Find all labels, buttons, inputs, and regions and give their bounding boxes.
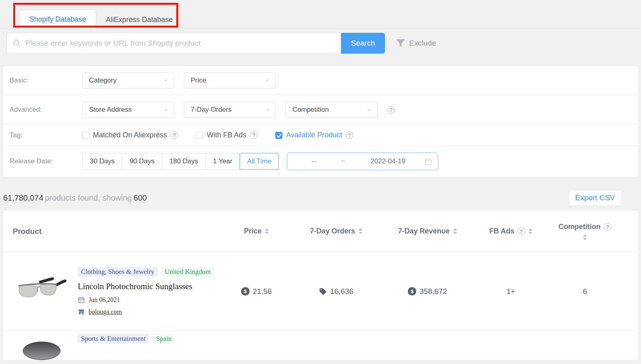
advanced-label: Advanced: (10, 106, 82, 114)
product-cell: Clothing, Shoes & Jewelry United Kingdom… (3, 267, 223, 316)
price-dropdown-value: Price (191, 76, 206, 84)
tag-label: Tag: (10, 131, 82, 139)
exclude-filter[interactable]: Exclude (395, 37, 436, 49)
seven-day-orders-dropdown[interactable]: 7-Day Orders (184, 102, 276, 118)
checkbox-with-fb-ads[interactable]: With FB Ads ? (196, 131, 258, 139)
price-dropdown[interactable]: Price (184, 72, 276, 88)
advanced-help-icon[interactable]: ? (387, 106, 395, 114)
competition-value: 6 (583, 287, 587, 296)
release-1-year-button[interactable]: 1 Year (206, 153, 240, 170)
revenue-value: 358,672 (419, 287, 447, 296)
checkbox-icon (196, 132, 203, 139)
calendar-icon (424, 157, 432, 165)
column-header-label: FB Ads (489, 227, 514, 235)
filter-row-advanced: Advanced: Store Address 7-Day Orders Com… (3, 95, 638, 125)
results-shown-count: 600 (133, 193, 147, 202)
release-date-row: Jun 06,2021 (78, 296, 214, 304)
matched-help-icon[interactable]: ? (171, 131, 178, 139)
filter-row-basic: Basic: Category Price (3, 66, 638, 95)
dollar-circle-icon: $ (241, 287, 250, 296)
date-range-end: 2022-04-19 (351, 157, 424, 165)
results-summary: 61,780,074products found, showing600 (3, 193, 147, 203)
checkbox-checked-icon (275, 132, 282, 139)
checkbox-label: With FB Ads (207, 131, 246, 139)
release-date-value: Jun 06,2021 (89, 296, 120, 304)
tag-icon (319, 288, 327, 296)
checkbox-label: Matched On Aliexpress (93, 131, 167, 139)
column-header-7-day-revenue[interactable]: 7-Day Revenue (382, 227, 473, 235)
products-table: Product Price 7-Day Orders 7-Day Revenue… (3, 211, 638, 360)
checkbox-matched-on-aliexpress[interactable]: Matched On Aliexpress ? (82, 131, 178, 139)
column-header-label: 7-Day Revenue (398, 227, 450, 235)
column-header-competition[interactable]: Competition ? (549, 223, 621, 240)
chevron-down-icon (264, 77, 271, 84)
chevron-down-icon (163, 77, 169, 84)
column-header-price[interactable]: Price (223, 227, 290, 235)
store-address-dropdown[interactable]: Store Address (82, 102, 174, 118)
funnel-icon (395, 37, 407, 49)
release-date-button-group: 30 Days 90 Days 180 Days 1 Year All Time (82, 153, 279, 170)
column-header-label: 7-Day Orders (310, 227, 355, 235)
checkbox-available-product[interactable]: Available Product ? (275, 131, 353, 139)
available-help-icon[interactable]: ? (346, 131, 353, 139)
export-csv-button[interactable]: Export CSV (568, 190, 622, 206)
column-header-7-day-orders[interactable]: 7-Day Orders (290, 227, 382, 235)
store-domain-link[interactable]: bolouga.com (89, 308, 122, 316)
product-info: Sports & Entertainment Spain (78, 334, 175, 360)
seven-day-orders-dropdown-value: 7-Day Orders (191, 106, 232, 114)
date-range-picker[interactable]: -- ~ 2022-04-19 (287, 153, 438, 170)
sort-icon (528, 228, 532, 234)
category-badge[interactable]: Sports & Entertainment (78, 334, 149, 344)
product-image-partial (23, 342, 60, 360)
competition-dropdown[interactable]: Competition (286, 102, 378, 118)
revenue-cell: $ 358,672 (382, 287, 473, 296)
search-input[interactable] (25, 39, 335, 48)
search-row: Search Exclude (6, 33, 635, 54)
competition-cell: 6 (549, 287, 621, 296)
country-badge: United Kingdom (161, 267, 214, 277)
tab-shopify-database[interactable]: Shopify Database (19, 10, 96, 29)
filter-row-release-date: Release Date: 30 Days 90 Days 180 Days 1… (3, 146, 638, 177)
competition-column-help-icon[interactable]: ? (604, 223, 611, 231)
fb-ads-column-help-icon[interactable]: ? (518, 227, 525, 235)
store-address-dropdown-value: Store Address (89, 106, 132, 114)
fb-ads-value: 1+ (506, 287, 515, 296)
release-all-time-button[interactable]: All Time (240, 153, 279, 170)
product-image-sunglasses[interactable] (15, 271, 68, 312)
database-tabbar: Shopify Database AliExpress Database (0, 0, 641, 29)
category-dropdown-value: Category (89, 76, 117, 84)
release-date-label: Release Date: (10, 157, 82, 165)
fb-ads-cell: 1+ (473, 287, 549, 296)
category-dropdown[interactable]: Category (82, 72, 174, 88)
price-cell: $ 21.56 (223, 287, 290, 296)
sort-icon (265, 228, 269, 234)
release-90-days-button[interactable]: 90 Days (122, 153, 162, 170)
product-title[interactable]: Lincoln Photochromic Sunglasses (78, 282, 214, 292)
product-info: Clothing, Shoes & Jewelry United Kingdom… (78, 267, 214, 316)
competition-dropdown-value: Competition (292, 106, 329, 114)
tab-aliexpress-database[interactable]: AliExpress Database (96, 10, 182, 29)
date-range-start: -- (293, 157, 335, 165)
search-icon (12, 39, 21, 48)
release-30-days-button[interactable]: 30 Days (82, 153, 122, 170)
release-180-days-button[interactable]: 180 Days (162, 153, 206, 170)
filter-row-tag: Tag: Matched On Aliexpress ? With FB Ads… (3, 125, 638, 146)
store-icon (78, 308, 85, 316)
results-bar: 61,780,074products found, showing600 Exp… (0, 190, 641, 206)
orders-value: 16,636 (330, 287, 353, 296)
chevron-down-icon (163, 107, 169, 113)
date-range-separator: ~ (335, 157, 352, 165)
results-middle-text: products found, showing (45, 193, 132, 202)
fb-ads-help-icon[interactable]: ? (250, 131, 258, 139)
search-button[interactable]: Search (341, 33, 385, 54)
table-header-row: Product Price 7-Day Orders 7-Day Revenue… (3, 211, 638, 252)
category-badge[interactable]: Clothing, Shoes & Jewelry (78, 267, 157, 277)
store-row: bolouga.com (78, 308, 214, 316)
checkbox-icon (82, 132, 89, 139)
product-image[interactable] (15, 334, 68, 360)
results-count: 61,780,074 (3, 193, 43, 202)
column-header-fb-ads[interactable]: FB Ads ? (473, 227, 549, 235)
column-header-product: Product (3, 227, 223, 236)
filter-panel: Basic: Category Price Advanced: Store Ad… (3, 66, 638, 177)
calendar-icon (78, 296, 85, 304)
